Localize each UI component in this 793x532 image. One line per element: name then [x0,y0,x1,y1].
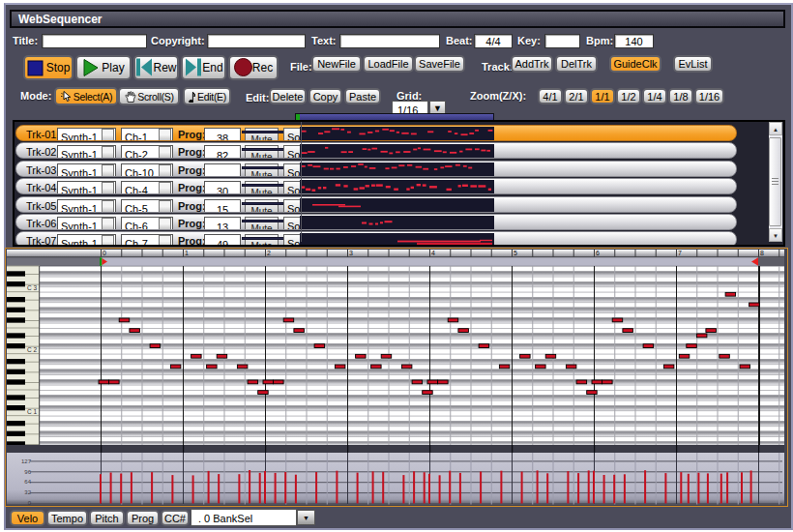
svg-text:32: 32 [24,489,31,495]
svg-text:2: 2 [267,250,271,256]
svg-text:C 3: C 3 [27,284,38,291]
svg-text:6: 6 [596,250,600,256]
svg-text:127: 127 [21,458,32,464]
svg-text:8: 8 [760,250,764,256]
svg-text:C 2: C 2 [27,346,38,353]
svg-text:0: 0 [103,250,106,256]
svg-text:7: 7 [678,250,682,256]
svg-text:5: 5 [514,250,517,256]
svg-text:4: 4 [431,250,435,256]
svg-text:3: 3 [349,250,353,256]
svg-text:64: 64 [24,479,31,485]
svg-text:96: 96 [24,469,31,475]
svg-text:1: 1 [185,250,189,256]
svg-text:C 1: C 1 [27,408,38,415]
